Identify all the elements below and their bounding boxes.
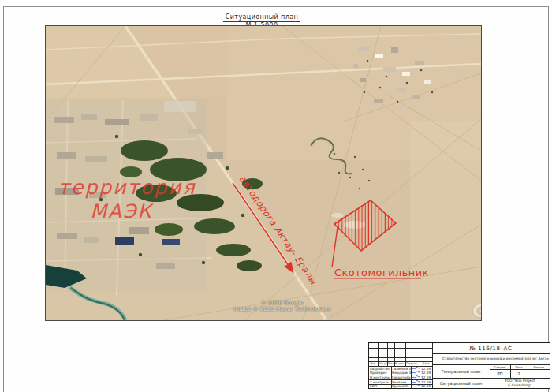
staff-date: 12.19 bbox=[421, 375, 431, 379]
signature-scribble bbox=[412, 384, 420, 388]
staff-name: Яровой С. bbox=[392, 384, 411, 388]
map-copyright: © 2020 Google Image © 2020 Maxar Technol… bbox=[164, 300, 401, 312]
signature-scribble bbox=[412, 380, 420, 384]
territory-label-line1: территория bbox=[58, 176, 196, 199]
signature-scribble bbox=[412, 367, 420, 371]
rev-col-koluch: Кол.уч bbox=[378, 361, 387, 366]
staff-date: 12.19 bbox=[421, 371, 431, 375]
sheet-title-text: Ситуационный план bbox=[223, 13, 300, 22]
company-line2: & Consulting" bbox=[508, 383, 531, 388]
staff-role: Разработал bbox=[370, 367, 391, 371]
sheet-frame-right bbox=[548, 6, 549, 392]
rev-col-data: Дата bbox=[420, 361, 432, 366]
site-label: Скотомогильник bbox=[334, 267, 429, 278]
title-block: Изм. Кол.уч Лист № док. Подпись Дата Раз… bbox=[368, 342, 550, 389]
rev-col-ndok: № док. bbox=[394, 361, 405, 366]
stage-value: РП bbox=[490, 369, 510, 378]
copyright-line2: Image © 2020 Maxar Technologies bbox=[164, 306, 401, 312]
document-number: № 116/18–АС bbox=[432, 343, 550, 353]
staff-date: 12.19 bbox=[421, 380, 431, 384]
signature-scribble bbox=[412, 375, 420, 379]
drawing-name-general: Генеральный план bbox=[432, 364, 490, 378]
rev-col-podpis: Подпись bbox=[405, 361, 420, 366]
signature-scribble bbox=[412, 371, 420, 375]
staff-role: ГИП bbox=[370, 384, 391, 388]
company-name: ТОО "KUS Project & Consulting" bbox=[490, 378, 550, 388]
staff-role: Проверил bbox=[370, 371, 391, 375]
rev-col-list: Лист bbox=[387, 361, 394, 366]
staff-name: Нещадим Б. bbox=[392, 371, 411, 375]
staff-date: 12.19 bbox=[421, 384, 431, 388]
sheet-frame-left bbox=[3, 6, 4, 392]
sheet-value: 2 bbox=[510, 369, 528, 378]
google-logo-watermark: G bbox=[472, 301, 482, 321]
staff-name: Яковлев bbox=[392, 380, 411, 384]
staff-role: Т.контроль bbox=[370, 380, 391, 384]
satellite-map: территория МАЭК автодорога Актау- Ералы … bbox=[45, 25, 482, 321]
staff-role: Н.контроль bbox=[370, 375, 391, 379]
sheets-value bbox=[528, 369, 550, 378]
staff-name: Тазиевой А. bbox=[392, 367, 411, 371]
territory-label-line2: МАЭК bbox=[91, 200, 155, 222]
satellite-terrain: территория МАЭК автодорога Актау- Ералы … bbox=[46, 26, 481, 320]
rev-col-izm: Изм. bbox=[369, 361, 378, 366]
staff-date: 12.19 bbox=[421, 367, 431, 371]
staff-name: Гаврилова bbox=[392, 375, 411, 379]
copyright-line1: © 2020 Google bbox=[164, 300, 401, 306]
drawing-name-situational: Ситуационный план bbox=[432, 378, 490, 388]
drawing-sheet: Ситуационный план М 1:5000 bbox=[0, 0, 552, 392]
project-name: Строительство скотомогильника и инсинера… bbox=[432, 353, 552, 364]
